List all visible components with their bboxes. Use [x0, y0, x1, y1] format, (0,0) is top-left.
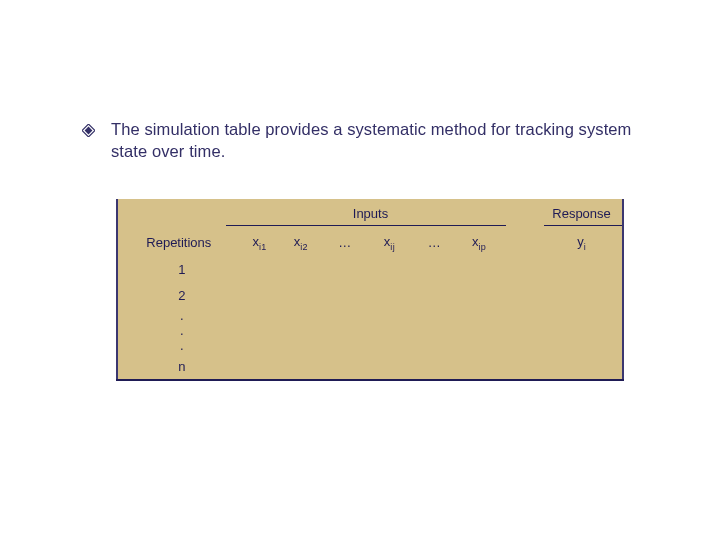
rep-dot: .	[117, 324, 240, 339]
bullet-text: The simulation table provides a systemat…	[109, 118, 650, 163]
bullet-item: The simulation table provides a systemat…	[82, 118, 650, 163]
svg-marker-1	[85, 127, 93, 135]
table-row: 1	[117, 257, 623, 283]
rep-1: 1	[117, 257, 240, 283]
col-xij: xij	[367, 229, 412, 257]
table-row: 2	[117, 283, 623, 309]
inputs-underline	[226, 225, 506, 226]
col-repetitions: Repetitions	[117, 229, 240, 257]
table-header-row: Repetitions xi1 xi2 … xij … xip yi	[117, 229, 623, 257]
inputs-group-label: Inputs	[353, 206, 388, 221]
rep-dot: .	[117, 339, 240, 354]
col-ell-1: …	[322, 229, 367, 257]
col-yi: yi	[541, 229, 623, 257]
table-row: .	[117, 324, 623, 339]
simulation-table: Inputs Response Repetitions xi1 xi2 … xi…	[116, 199, 624, 381]
col-xip: xip	[457, 229, 502, 257]
rep-dot: .	[117, 309, 240, 324]
rep-n: n	[117, 354, 240, 380]
table-row: .	[117, 339, 623, 354]
response-group-label: Response	[552, 206, 611, 221]
col-xi1: xi1	[240, 229, 280, 257]
col-ell-2: …	[412, 229, 457, 257]
col-xi2: xi2	[279, 229, 322, 257]
rep-2: 2	[117, 283, 240, 309]
response-underline	[544, 225, 622, 226]
slide-body: The simulation table provides a systemat…	[0, 0, 720, 381]
table-row: .	[117, 309, 623, 324]
diamond-icon	[82, 123, 95, 141]
table-row: n	[117, 354, 623, 380]
